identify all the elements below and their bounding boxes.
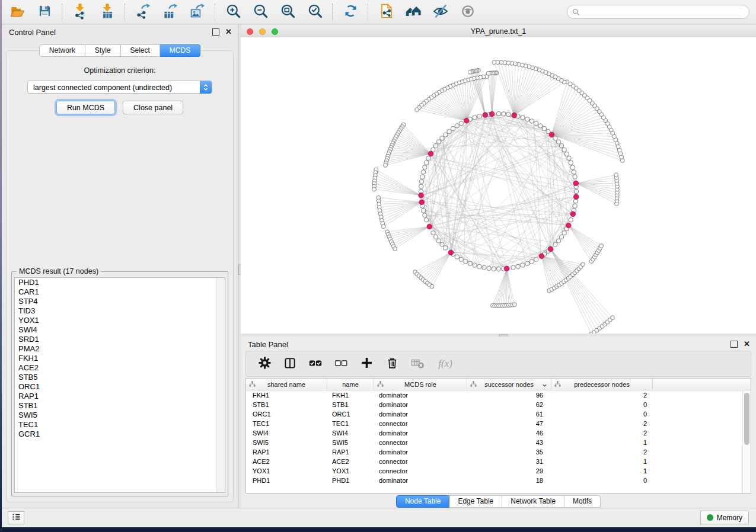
cell-name[interactable]: FKH1 xyxy=(327,390,374,400)
hide-eye-button[interactable] xyxy=(430,2,451,21)
cell-predecessor-nodes[interactable]: 2 xyxy=(551,428,653,438)
search-input[interactable] xyxy=(567,5,749,19)
mcds-result-item[interactable]: ACE2 xyxy=(15,363,225,373)
close-panel-button[interactable]: Close panel xyxy=(123,101,183,114)
tab-select[interactable]: Select xyxy=(121,44,160,57)
tab-node-table[interactable]: Node Table xyxy=(396,495,450,508)
cell-name[interactable]: SWI5 xyxy=(327,438,374,447)
mcds-result-item[interactable]: YOX1 xyxy=(15,316,225,325)
mcds-result-item[interactable]: ORC1 xyxy=(15,382,225,392)
mcds-result-item[interactable]: SRD1 xyxy=(15,335,225,344)
tab-mcds[interactable]: MCDS xyxy=(160,44,200,57)
cell-MCDS-role[interactable]: connector xyxy=(374,457,467,466)
mcds-result-item[interactable]: SWI5 xyxy=(15,411,225,420)
table-row[interactable]: YOX1YOX1connector291 xyxy=(246,466,751,476)
mcds-result-item[interactable]: SWI4 xyxy=(15,325,225,335)
table-row[interactable]: FKH1FKH1dominator962 xyxy=(246,390,751,400)
task-history-button[interactable] xyxy=(8,511,24,524)
import-table-button[interactable] xyxy=(97,2,118,21)
cell-successor-nodes[interactable]: 43 xyxy=(467,438,551,447)
cell-predecessor-nodes[interactable]: 2 xyxy=(551,419,653,428)
mcds-result-item[interactable]: PHD1 xyxy=(15,278,225,287)
tab-motifs[interactable]: Motifs xyxy=(564,495,601,508)
mcds-result-item[interactable]: STB5 xyxy=(15,373,225,382)
delete-button[interactable] xyxy=(384,356,400,371)
cell-shared-name[interactable]: RAP1 xyxy=(246,447,327,457)
cell-MCDS-role[interactable]: connector xyxy=(374,466,467,476)
tab-style[interactable]: Style xyxy=(85,44,121,57)
cell-predecessor-nodes[interactable]: 0 xyxy=(551,409,653,419)
cell-MCDS-role[interactable]: dominator xyxy=(374,409,467,419)
save-session-button[interactable] xyxy=(34,2,55,21)
open-file-button[interactable] xyxy=(7,2,28,21)
mcds-result-item[interactable]: GCR1 xyxy=(15,430,225,439)
cell-name[interactable]: ORC1 xyxy=(327,409,374,419)
mcds-result-item[interactable]: FKH1 xyxy=(15,354,225,363)
cell-shared-name[interactable]: YOX1 xyxy=(246,466,327,476)
table-row[interactable]: ACE2ACE2connector311 xyxy=(246,457,751,466)
table-row[interactable]: TEC1TEC1connector472 xyxy=(246,419,751,428)
mcds-result-item[interactable]: STP4 xyxy=(15,297,225,306)
run-mcds-button[interactable]: Run MCDS xyxy=(56,101,115,114)
cell-name[interactable]: PHD1 xyxy=(327,476,374,485)
cell-predecessor-nodes[interactable]: 1 xyxy=(551,466,653,476)
cell-successor-nodes[interactable]: 61 xyxy=(467,409,551,419)
cell-MCDS-role[interactable]: dominator xyxy=(374,476,467,485)
cell-successor-nodes[interactable]: 31 xyxy=(467,457,551,466)
cell-name[interactable]: TEC1 xyxy=(327,419,374,428)
optimization-criterion-select[interactable]: largest connected component (undirected) xyxy=(27,81,212,94)
memory-button[interactable]: Memory xyxy=(700,511,749,524)
zoom-out-button[interactable] xyxy=(250,2,271,21)
cell-predecessor-nodes[interactable]: 2 xyxy=(551,390,653,400)
float-table-panel-icon[interactable] xyxy=(731,341,738,348)
table-row[interactable]: SWI5SWI5connector431 xyxy=(246,438,751,447)
mcds-result-item[interactable]: STB1 xyxy=(15,401,225,411)
table-scrollbar-thumb[interactable] xyxy=(744,393,749,445)
column-header-name[interactable]: name xyxy=(327,379,374,390)
mcds-result-item[interactable]: CAR1 xyxy=(15,287,225,297)
cell-successor-nodes[interactable]: 96 xyxy=(467,390,551,400)
column-header-MCDS-role[interactable]: MCDS role xyxy=(374,379,467,390)
cell-predecessor-nodes[interactable]: 1 xyxy=(551,457,653,466)
window-maximize-icon[interactable] xyxy=(272,28,278,35)
cell-shared-name[interactable]: PHD1 xyxy=(246,476,327,485)
cell-successor-nodes[interactable]: 46 xyxy=(467,428,551,438)
tab-network-table[interactable]: Network Table xyxy=(502,495,564,508)
refresh-button[interactable] xyxy=(340,2,361,21)
cell-name[interactable]: ACE2 xyxy=(327,457,374,466)
export-image-button[interactable] xyxy=(187,2,208,21)
cell-shared-name[interactable]: ORC1 xyxy=(246,409,327,419)
table-row[interactable]: ORC1ORC1dominator610 xyxy=(246,409,751,419)
table-row[interactable]: SWI4SWI4dominator462 xyxy=(246,428,751,438)
zoom-in-button[interactable] xyxy=(222,2,244,21)
cell-shared-name[interactable]: FKH1 xyxy=(246,390,327,400)
cell-MCDS-role[interactable]: dominator xyxy=(374,428,467,438)
zoom-fit-button[interactable] xyxy=(277,2,298,21)
cell-shared-name[interactable]: SWI4 xyxy=(246,428,327,438)
settings-button[interactable] xyxy=(257,356,272,371)
column-header-shared-name[interactable]: shared name xyxy=(246,379,327,390)
tab-network[interactable]: Network xyxy=(39,44,85,57)
network-canvas[interactable] xyxy=(241,37,756,334)
document-network-button[interactable] xyxy=(375,2,397,21)
cell-predecessor-nodes[interactable]: 2 xyxy=(551,447,653,457)
zoom-selected-button[interactable] xyxy=(304,2,326,21)
cell-shared-name[interactable]: STB1 xyxy=(246,400,327,409)
houses-button[interactable] xyxy=(403,2,424,21)
export-network-button[interactable] xyxy=(132,2,154,21)
columns-button[interactable] xyxy=(282,356,298,371)
cell-shared-name[interactable]: ACE2 xyxy=(246,457,327,466)
column-header-predecessor-nodes[interactable]: predecessor nodes xyxy=(551,379,653,390)
cell-name[interactable]: STB1 xyxy=(327,400,374,409)
add-button[interactable] xyxy=(359,356,374,371)
table-scrollbar[interactable] xyxy=(742,390,751,493)
float-panel-icon[interactable] xyxy=(212,28,219,36)
mcds-result-item[interactable]: PMA2 xyxy=(15,344,225,354)
cell-MCDS-role[interactable]: connector xyxy=(374,438,467,447)
mcds-result-item[interactable]: RAP1 xyxy=(15,392,225,401)
tab-edge-table[interactable]: Edge Table xyxy=(449,495,502,508)
cell-predecessor-nodes[interactable]: 1 xyxy=(551,438,653,447)
mcds-result-item[interactable]: TID3 xyxy=(15,306,225,316)
cell-MCDS-role[interactable]: connector xyxy=(374,419,467,428)
cell-name[interactable]: YOX1 xyxy=(327,466,374,476)
